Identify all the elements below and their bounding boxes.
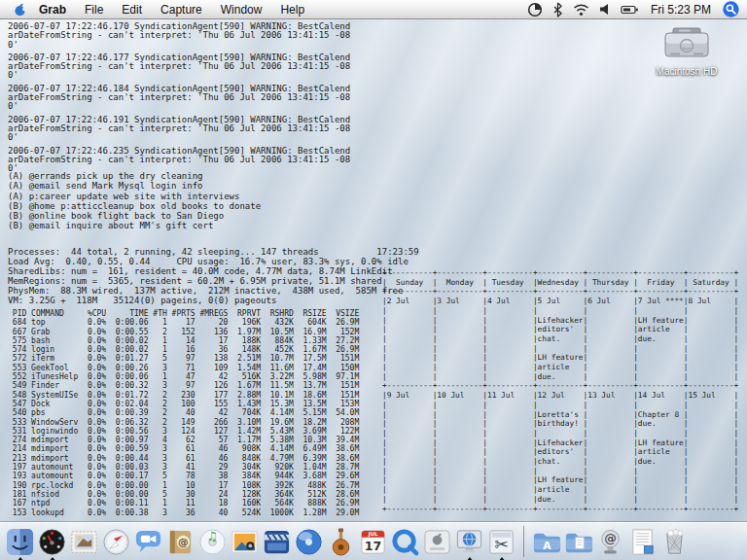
dock-at-stamp[interactable]: @ [595,527,625,557]
airport-icon[interactable] [573,2,589,17]
dock-system-preferences[interactable] [422,527,452,557]
svg-text:A: A [543,539,551,551]
ichat-icon [133,527,163,557]
quicktime-icon [390,527,420,557]
dock-quicktime[interactable] [390,527,420,557]
dock-ical[interactable]: JUL17 [358,527,388,557]
dashboard-icon [37,527,67,557]
dock-ichat[interactable] [133,527,163,557]
document-icon [627,527,658,557]
svg-text:@: @ [604,531,617,545]
svg-text:✂: ✂ [494,535,509,554]
classic-menu-icon[interactable] [527,2,543,18]
menu-window[interactable]: Window [221,3,263,17]
log-entry: 2006-07-07 17:22:46.191 SyndicationAgent… [8,116,350,143]
geektool-process-table: PID COMMAND %CPU TIME #TH #PRTS #MREGS R… [8,309,359,517]
menu-help[interactable]: Help [280,3,304,17]
trash-icon [659,527,690,557]
desktop-icon-macintosh-hd[interactable]: Macintosh HD [642,27,731,77]
dock-imovie[interactable] [262,527,292,557]
dock-internet-connect[interactable] [454,527,484,557]
app-menus: GrabFileEditCaptureWindowHelp [39,3,304,17]
dock-iphoto[interactable] [230,527,260,557]
address-book-icon: @ [165,527,196,557]
hard-drive-icon [662,27,711,60]
menu-extras: Fri 5:23 PM [527,1,747,18]
log-entry: 2006-07-07 17:22:46.170 SyndicationAgent… [8,22,350,50]
apple-menu-icon[interactable] [13,2,27,18]
geektool-system-stats: Processes: 44 total, 2 running, 42 sleep… [8,247,419,305]
iphoto-icon [230,527,260,557]
finder-icon [5,527,35,557]
idvd-icon [294,527,324,557]
safari-icon [101,527,131,557]
log-entry: 2006-07-07 17:22:46.235 SyndicationAgent… [8,147,350,174]
menu-bar: GrabFileEditCaptureWindowHelp [0,0,747,19]
geektool-syslog: 2006-07-07 17:22:46.170 SyndicationAgent… [8,22,350,177]
dock-trash[interactable] [659,527,690,557]
dock-finder[interactable] [5,527,35,557]
at-stamp-icon: @ [595,527,625,557]
menu-capture[interactable]: Capture [160,3,202,17]
battery-icon[interactable] [621,3,639,17]
spotlight-icon[interactable] [723,1,739,18]
log-entry: 2006-07-07 17:22:46.184 SyndicationAgent… [8,85,350,112]
volume-icon[interactable] [599,2,611,17]
dock-mail[interactable] [69,527,99,557]
dock-garageband[interactable] [326,527,356,557]
system-preferences-icon [422,527,452,557]
dock-document[interactable] [627,527,658,557]
dock-grab[interactable]: ✂ [486,527,516,557]
desktop-icon-label: Macintosh HD [642,66,731,77]
documents-folder-icon [563,527,593,557]
ical-icon: JUL17 [358,527,388,557]
dock-address-book[interactable]: @ [165,527,196,557]
dock-safari[interactable] [101,527,131,557]
dock-applications-folder[interactable]: A [531,527,561,557]
dock-documents-folder[interactable] [563,527,593,557]
grab-icon: ✂ [486,527,516,557]
svg-text:JUL: JUL [368,531,378,538]
dock-idvd[interactable] [294,527,324,557]
applications-folder-icon: A [531,527,561,557]
garageband-icon [326,527,356,557]
dock-separator [523,526,524,557]
internet-connect-icon [454,527,484,557]
imovie-icon [262,527,292,557]
itunes-icon: ♫ [197,527,228,557]
dock-dashboard[interactable] [37,527,67,557]
menu-file[interactable]: File [85,3,103,17]
menu-grab[interactable]: Grab [39,3,66,17]
menu-clock[interactable]: Fri 5:23 PM [651,3,711,17]
bluetooth-icon[interactable] [552,2,563,18]
svg-text:♫: ♫ [207,528,218,542]
svg-text:17: 17 [365,539,382,553]
dock-itunes[interactable]: ♫ [197,527,228,557]
svg-text:@: @ [178,536,189,548]
mail-icon [69,527,99,557]
menu-edit[interactable]: Edit [122,3,142,17]
geektool-calendar: +----------+----------+----------+------… [382,268,738,513]
geektool-todo-list: (A) @errands pick up the dry cleaning (A… [8,171,261,231]
dock: @♫JUL17✂A@ [0,522,747,560]
log-entry: 2006-07-07 17:22:46.177 SyndicationAgent… [8,53,350,81]
